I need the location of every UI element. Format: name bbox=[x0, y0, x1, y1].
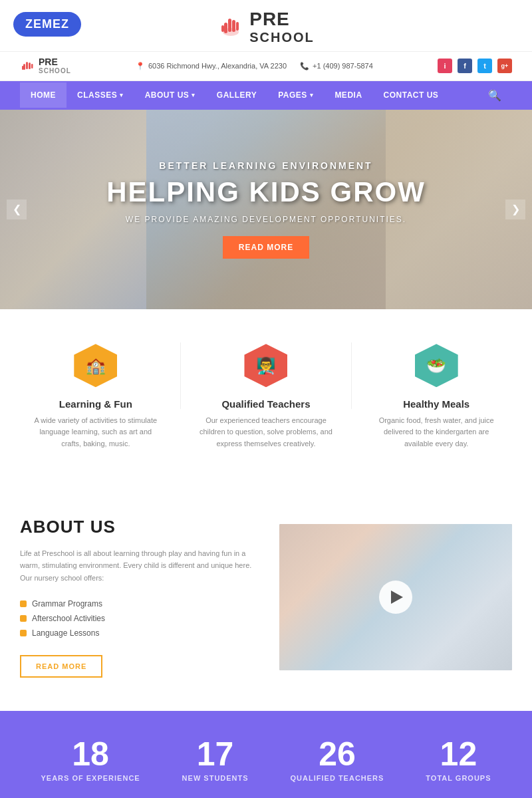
about-list-item-2: Afterschool Activities bbox=[20, 611, 253, 626]
feature-divider-1 bbox=[180, 342, 181, 409]
twitter-link[interactable]: t bbox=[477, 59, 492, 73]
play-button[interactable] bbox=[379, 581, 412, 614]
nav-item-pages[interactable]: PAGES ▾ bbox=[267, 82, 324, 108]
bullet-icon-2 bbox=[20, 615, 27, 622]
stat-teachers: 26 QUALIFIED TEACHERS bbox=[291, 737, 384, 782]
header-school-text: SCHOOL bbox=[39, 67, 71, 74]
feature-meals-desc: Organic food, fresh water, and juice del… bbox=[370, 415, 503, 450]
top-brand-bar: ZEMEZ PRE SCHOOL bbox=[0, 0, 532, 52]
svg-rect-2 bbox=[228, 19, 231, 32]
stat-students-number: 17 bbox=[182, 737, 249, 771]
stat-groups-number: 12 bbox=[426, 737, 491, 771]
search-button[interactable]: 🔍 bbox=[477, 81, 512, 110]
feature-teachers: 👨‍🏫 Qualified Teachers Our experienced t… bbox=[200, 342, 332, 450]
about-dropdown-icon: ▾ bbox=[192, 92, 196, 98]
hero-description: WE PROVIDE AMAZING DEVELOPMENT OPPORTUNI… bbox=[106, 215, 426, 224]
pin-icon: 📍 bbox=[136, 62, 145, 70]
stat-groups: 12 TOTAL GROUPS bbox=[426, 737, 491, 782]
instagram-link[interactable]: i bbox=[438, 59, 452, 73]
stat-experience-label: YEARS OF EXPERIENCE bbox=[41, 774, 140, 782]
about-text-content: ABOUT US Life at Preschool is all about … bbox=[20, 517, 253, 678]
brand-logo-large: PRE SCHOOL bbox=[217, 9, 315, 45]
feature-learning-desc: A wide variety of activities to stimulat… bbox=[29, 415, 162, 450]
hero-read-more-button[interactable]: READ MORE bbox=[223, 236, 309, 259]
svg-rect-4 bbox=[236, 22, 239, 31]
brand-school-text: SCHOOL bbox=[249, 30, 315, 45]
learning-icon: 🏫 bbox=[86, 356, 106, 375]
about-list-item-1: Grammar Programs bbox=[20, 597, 253, 611]
svg-rect-8 bbox=[29, 63, 31, 69]
feature-learning: 🏫 Learning & Fun A wide variety of activ… bbox=[29, 342, 162, 450]
about-title: ABOUT US bbox=[20, 517, 253, 537]
feature-learning-title: Learning & Fun bbox=[29, 398, 162, 410]
header-logo[interactable]: PRE SCHOOL bbox=[20, 57, 71, 75]
stat-groups-label: TOTAL GROUPS bbox=[426, 774, 491, 782]
header-socials: i f t g+ bbox=[438, 59, 512, 73]
header-hand-icon bbox=[20, 57, 35, 75]
site-header: PRE SCHOOL 📍 6036 Richmond Hwy., Alexand… bbox=[0, 52, 532, 81]
header-phone[interactable]: 📞 +1 (409) 987-5874 bbox=[300, 62, 373, 70]
svg-rect-5 bbox=[221, 25, 224, 32]
nav-item-home[interactable]: HOME bbox=[20, 82, 66, 108]
svg-rect-1 bbox=[224, 23, 227, 33]
phone-text: +1 (409) 987-5874 bbox=[313, 62, 373, 70]
about-section: ABOUT US Life at Preschool is all about … bbox=[0, 483, 532, 711]
feature-teachers-title: Qualified Teachers bbox=[200, 398, 332, 410]
stat-teachers-label: QUALIFIED TEACHERS bbox=[291, 774, 384, 782]
header-address: 📍 6036 Richmond Hwy., Alexandria, VA 223… bbox=[136, 62, 287, 70]
zemez-badge[interactable]: ZEMEZ bbox=[13, 12, 81, 37]
play-triangle-icon bbox=[391, 591, 403, 604]
phone-icon: 📞 bbox=[300, 62, 309, 70]
about-list-item-3: Language Lessons bbox=[20, 626, 253, 640]
hero-next-arrow[interactable]: ❯ bbox=[505, 200, 525, 219]
header-pre-text: PRE bbox=[39, 57, 71, 67]
stat-students-label: NEW STUDENTS bbox=[182, 774, 249, 782]
nav-items: HOME CLASSES ▾ ABOUT US ▾ GALLERY PAGES … bbox=[20, 82, 477, 108]
hero-content: BETTER LEARNING ENVIRONMENT HELPING KIDS… bbox=[106, 160, 426, 259]
nav-item-about[interactable]: ABOUT US ▾ bbox=[134, 82, 206, 108]
feature-teachers-icon-wrap: 👨‍🏫 bbox=[243, 342, 289, 389]
hero-title: HELPING KIDS GROW bbox=[106, 176, 426, 208]
address-text: 6036 Richmond Hwy., Alexandria, VA 2230 bbox=[148, 62, 287, 70]
features-section: 🏫 Learning & Fun A wide variety of activ… bbox=[0, 309, 532, 483]
svg-rect-3 bbox=[232, 20, 235, 32]
nav-item-media[interactable]: MEDIA bbox=[324, 82, 372, 108]
feature-learning-icon-wrap: 🏫 bbox=[72, 342, 119, 389]
nav-item-contact[interactable]: CONTACT US bbox=[373, 82, 450, 108]
header-contact: 📍 6036 Richmond Hwy., Alexandria, VA 223… bbox=[136, 62, 373, 70]
about-description: Life at Preschool is all about learning … bbox=[20, 547, 253, 585]
svg-rect-7 bbox=[26, 62, 28, 69]
learning-hexagon: 🏫 bbox=[74, 344, 117, 387]
svg-rect-10 bbox=[22, 66, 24, 70]
brand-pre-text: PRE bbox=[249, 9, 315, 30]
feature-meals: 🥗 Healthy Meals Organic food, fresh wate… bbox=[370, 342, 503, 450]
brand-title-large: PRE SCHOOL bbox=[249, 9, 315, 45]
stats-section: 18 YEARS OF EXPERIENCE 17 NEW STUDENTS 2… bbox=[0, 711, 532, 798]
stat-students: 17 NEW STUDENTS bbox=[182, 737, 249, 782]
meals-icon: 🥗 bbox=[426, 356, 446, 375]
stat-experience: 18 YEARS OF EXPERIENCE bbox=[41, 737, 140, 782]
stat-experience-number: 18 bbox=[41, 737, 140, 771]
teachers-hexagon: 👨‍🏫 bbox=[244, 344, 287, 387]
teachers-icon: 👨‍🏫 bbox=[256, 356, 276, 375]
hero-prev-arrow[interactable]: ❮ bbox=[7, 200, 27, 219]
feature-meals-title: Healthy Meals bbox=[370, 398, 503, 410]
classes-dropdown-icon: ▾ bbox=[120, 92, 124, 98]
nav-item-gallery[interactable]: GALLERY bbox=[206, 82, 267, 108]
about-list: Grammar Programs Afterschool Activities … bbox=[20, 597, 253, 640]
about-video-thumbnail[interactable] bbox=[279, 524, 512, 670]
hero-section: BETTER LEARNING ENVIRONMENT HELPING KIDS… bbox=[0, 110, 532, 309]
about-read-more-button[interactable]: READ MORE bbox=[20, 655, 102, 678]
svg-rect-9 bbox=[31, 64, 33, 68]
bullet-icon-1 bbox=[20, 600, 27, 607]
googleplus-link[interactable]: g+ bbox=[497, 59, 512, 73]
meals-hexagon: 🥗 bbox=[415, 344, 458, 387]
feature-meals-icon-wrap: 🥗 bbox=[413, 342, 460, 389]
feature-teachers-desc: Our experienced teachers encourage child… bbox=[200, 415, 332, 450]
nav-item-classes[interactable]: CLASSES ▾ bbox=[66, 82, 134, 108]
header-brand: PRE SCHOOL bbox=[39, 57, 71, 74]
hand-icon-large bbox=[217, 11, 244, 43]
stat-teachers-number: 26 bbox=[291, 737, 384, 771]
bullet-icon-3 bbox=[20, 630, 27, 636]
facebook-link[interactable]: f bbox=[458, 59, 472, 73]
